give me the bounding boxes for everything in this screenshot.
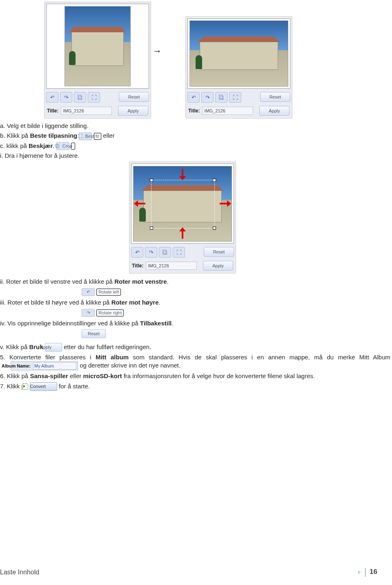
- title-label: Title:: [132, 263, 143, 269]
- reset-button-inline: Reset: [82, 329, 106, 338]
- arrow-up-icon: [179, 227, 186, 239]
- step-ii: ii. Roter et bilde til venstre ved å kli…: [0, 278, 390, 286]
- step-a: a. Velg et bilde i liggende stilling.: [0, 122, 392, 130]
- apply-button-inline: Apply: [45, 343, 62, 352]
- photo-crop: [131, 164, 234, 244]
- rotate-right-icon[interactable]: ↷: [145, 247, 157, 258]
- crop-icon[interactable]: ⿻: [159, 247, 171, 258]
- title-input[interactable]: [146, 262, 197, 270]
- editor-panel-landscape: ↶ ↷ ⿻ ⛶ Reset Title: Apply: [185, 16, 292, 119]
- arrow-right-icon: [134, 200, 145, 207]
- title-input[interactable]: [202, 107, 253, 115]
- step-c: c. klikk på Beskjær. ⿻ Crop: [0, 142, 392, 150]
- step-v: v. Klikk på Bruk Apply etter du har full…: [0, 343, 390, 352]
- crop-icon[interactable]: ⿻: [215, 92, 227, 103]
- arrow-left-icon: [220, 200, 231, 207]
- title-input[interactable]: [61, 107, 112, 115]
- step-b: b. Klikk på Beste tilpasning ⛶ Best fit …: [0, 132, 392, 140]
- step-iii: iii. Roter et bilde til høyre ved å klik…: [0, 298, 390, 307]
- apply-button[interactable]: Apply: [259, 106, 290, 116]
- arrow-right-icon: →: [153, 46, 162, 56]
- convert-button[interactable]: Convert: [30, 382, 57, 391]
- step-5: 5. Konverterte filer plasseres i Mitt al…: [0, 353, 390, 370]
- title-label: Title:: [47, 108, 58, 114]
- best-fit-icon[interactable]: ⛶: [229, 92, 241, 103]
- step-6: 6. Klikk på Sansa-spiller eller microSD-…: [0, 372, 390, 380]
- page-number: 16: [358, 568, 377, 577]
- step-i: i. Dra i hjørnene for å justere.: [0, 152, 392, 160]
- footer-section: Laste Innhold: [0, 569, 39, 576]
- crop-selection[interactable]: [151, 180, 215, 229]
- arrow-down-icon: [179, 169, 186, 180]
- album-name-field: Album Name:: [11, 361, 78, 370]
- best-fit-icon[interactable]: ⛶: [173, 247, 185, 258]
- convert-icon: [22, 383, 28, 390]
- svg-marker-3: [134, 200, 145, 207]
- editor-panel-portrait: ↶ ↷ ⿻ ⛶ Reset Title: Apply: [44, 2, 151, 119]
- photo-landscape: [187, 18, 290, 89]
- rotate-left-icon[interactable]: ↶: [46, 92, 58, 103]
- rotate-left-label: Rotate left: [96, 289, 121, 296]
- svg-marker-2: [220, 200, 231, 207]
- rotate-right-icon[interactable]: ↷: [201, 92, 214, 103]
- rotate-right-icon: ↷: [82, 309, 95, 317]
- rotate-right-label: Rotate right: [96, 309, 124, 316]
- reset-button[interactable]: Reset: [204, 247, 234, 257]
- apply-button[interactable]: Apply: [118, 106, 148, 116]
- reset-button[interactable]: Reset: [260, 92, 290, 102]
- editor-panel-crop: ↶ ↷ ⿻ ⛶ Reset Title: Apply: [129, 161, 236, 273]
- rotate-left-icon: ↶: [82, 288, 95, 296]
- best-fit-label: Best fit: [94, 133, 102, 140]
- rotate-left-icon[interactable]: ↶: [187, 92, 200, 103]
- rotate-right-icon[interactable]: ↷: [60, 92, 72, 103]
- album-name-input[interactable]: [33, 362, 76, 370]
- svg-marker-0: [179, 169, 186, 180]
- reset-button[interactable]: Reset: [119, 92, 149, 102]
- step-7: 7. Klikk på Convert for å starte.: [0, 382, 390, 391]
- photo-portrait: [46, 4, 149, 89]
- svg-marker-1: [179, 227, 186, 239]
- best-fit-icon[interactable]: ⛶: [88, 92, 100, 103]
- title-label: Title:: [188, 108, 200, 114]
- crop-label: Crop: [71, 143, 75, 150]
- crop-icon[interactable]: ⿻: [74, 92, 86, 103]
- step-iv: iv. Vis opprinnelige bildeinnstillinger …: [0, 319, 390, 327]
- apply-button[interactable]: Apply: [203, 261, 233, 271]
- rotate-left-icon[interactable]: ↶: [131, 247, 143, 258]
